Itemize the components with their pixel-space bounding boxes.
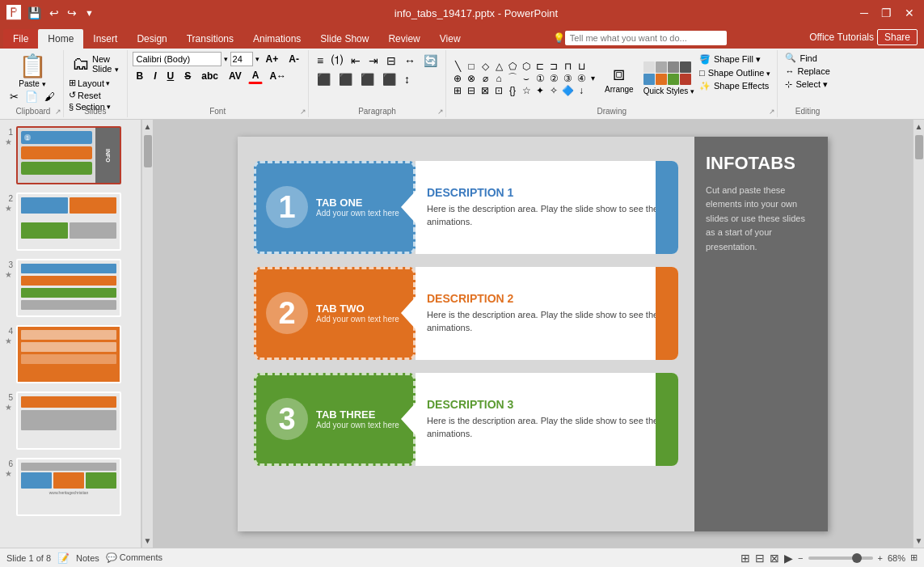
shape-cell-12[interactable]: ⊗ — [465, 73, 478, 84]
notes-button[interactable]: Notes — [76, 553, 99, 563]
smallcaps-button[interactable]: abc — [197, 69, 222, 83]
arrange-button[interactable]: ⧈ Arrange — [598, 59, 640, 97]
shape-cell-14[interactable]: ⌂ — [492, 73, 505, 84]
shape-cell-25[interactable]: {} — [506, 85, 519, 96]
paragraph-expand[interactable]: ↗ — [437, 108, 444, 116]
zoom-slider[interactable] — [808, 556, 873, 560]
shape-fill-button[interactable]: 🪣 Shape Fill ▾ — [698, 53, 772, 66]
line-spacing-button[interactable]: ↕ — [401, 71, 413, 87]
shape-cell-16[interactable]: ⌣ — [520, 73, 533, 84]
indent-decrease-button[interactable]: ⇤ — [348, 53, 364, 69]
shape-cell-30[interactable]: ↓ — [575, 85, 588, 96]
slide-thumb-1[interactable]: 1 ★ 1 INFO — [3, 126, 137, 184]
slide-thumb-2[interactable]: 2 ★ — [3, 193, 137, 251]
slide-thumb-6[interactable]: 6 ★ www.heritagechristian — [3, 458, 137, 516]
font-family-dropdown[interactable]: ▾ — [224, 55, 228, 63]
copy-button[interactable]: 📄 — [23, 90, 40, 104]
redo-icon[interactable]: ↪ — [65, 5, 78, 21]
customize-icon[interactable]: ▼ — [83, 6, 95, 19]
text-direction-button[interactable]: ↔ — [401, 53, 419, 69]
quickstyle-7[interactable] — [668, 74, 679, 85]
shape-cell-18[interactable]: ② — [547, 73, 560, 84]
numbering-button[interactable]: ⑴ — [328, 52, 346, 70]
shape-outline-button[interactable]: □ Shape Outline ▾ — [698, 67, 772, 78]
tab-slideshow[interactable]: Slide Show — [310, 29, 378, 49]
shape-cell-15[interactable]: ⌒ — [506, 73, 519, 84]
shape-cell-10[interactable]: ⊔ — [575, 61, 588, 72]
slide-show-button[interactable]: ▶ — [784, 552, 793, 565]
bold-button[interactable]: B — [133, 69, 148, 83]
tab-insert[interactable]: Insert — [83, 29, 127, 49]
shape-cell-9[interactable]: ⊓ — [561, 61, 574, 72]
shape-cell-19[interactable]: ③ — [561, 73, 574, 84]
slide-4-thumbnail[interactable] — [16, 325, 121, 383]
restore-button[interactable]: ❐ — [878, 6, 895, 19]
scroll-track[interactable] — [142, 133, 153, 534]
office-tutorials-link[interactable]: Office Tutorials — [809, 32, 874, 43]
undo-icon[interactable]: ↩ — [48, 5, 61, 21]
tab-1-desc[interactable]: DESCRIPTION 1 Here is the description ar… — [416, 161, 678, 254]
reset-button[interactable]: ↺ Reset — [69, 90, 101, 100]
canvas-scroll-thumb[interactable] — [915, 135, 923, 159]
drawing-expand[interactable]: ↗ — [769, 108, 775, 116]
cut-button[interactable]: ✂ — [8, 90, 20, 104]
tab-2-box[interactable]: 2 TAB TWO Add your own text here — [254, 267, 416, 360]
text-shadow-button[interactable]: A↔ — [265, 69, 290, 83]
slide-1-thumbnail[interactable]: 1 INFO — [16, 126, 121, 184]
shape-cell-22[interactable]: ⊟ — [465, 85, 478, 96]
shape-cell-26[interactable]: ☆ — [520, 85, 533, 96]
quickstyle-6[interactable] — [656, 74, 667, 85]
slide-thumb-5[interactable]: 5 ★ — [3, 391, 137, 450]
tab-view[interactable]: View — [430, 29, 470, 49]
reading-view-button[interactable]: ⊠ — [770, 552, 779, 565]
clipboard-expand[interactable]: ↗ — [55, 108, 61, 116]
shape-cell-2[interactable]: □ — [465, 61, 478, 72]
font-expand[interactable]: ↗ — [300, 108, 306, 116]
close-button[interactable]: ✕ — [901, 6, 918, 19]
shape-cell-4[interactable]: △ — [492, 61, 505, 72]
align-left-button[interactable]: ⬛ — [314, 71, 334, 87]
tab-design[interactable]: Design — [127, 29, 176, 49]
tab-2-desc[interactable]: DESCRIPTION 2 Here is the description ar… — [416, 267, 678, 360]
minimize-button[interactable]: ─ — [857, 6, 871, 19]
new-slide-button[interactable]: 🗂 NewSlide ▾ — [69, 52, 122, 76]
quickstyle-1[interactable] — [643, 61, 655, 73]
tab-animations[interactable]: Animations — [243, 29, 310, 49]
replace-button[interactable]: ↔ Replace — [783, 66, 832, 77]
italic-button[interactable]: I — [150, 69, 160, 83]
scroll-up-arrow[interactable]: ▲ — [142, 120, 153, 133]
layout-button[interactable]: ⊞ Layout ▾ — [69, 78, 110, 88]
tab-1-box[interactable]: 1 TAB ONE Add your own text here — [254, 161, 416, 254]
scroll-thumb[interactable] — [144, 135, 152, 167]
tab-review[interactable]: Review — [378, 29, 429, 49]
select-button[interactable]: ⊹ Select ▾ — [783, 78, 832, 91]
columns-button[interactable]: ⊟ — [383, 53, 399, 69]
tab-3-desc[interactable]: DESCRIPTION 3 Here is the description ar… — [416, 373, 678, 466]
quickstyle-3[interactable] — [668, 61, 679, 73]
tab-transitions[interactable]: Transitions — [177, 29, 243, 49]
shape-cell-29[interactable]: 🔷 — [561, 85, 574, 96]
tab-3-box[interactable]: 3 TAB THREE Add your own text here — [254, 373, 416, 466]
fit-window-button[interactable]: ⊞ — [910, 552, 918, 563]
slide-3-thumbnail[interactable] — [16, 259, 121, 317]
quickstyle-4[interactable] — [680, 61, 691, 73]
shape-cell-20[interactable]: ④ — [575, 73, 588, 84]
quickstyle-5[interactable] — [643, 74, 655, 85]
convert-smartart-button[interactable]: 🔄 — [420, 53, 441, 69]
canvas-scrollbar[interactable]: ▲ ▼ — [913, 120, 924, 548]
shape-cell-8[interactable]: ⊐ — [547, 61, 560, 72]
format-painter-button[interactable]: 🖌 — [43, 90, 57, 104]
font-size-input[interactable] — [230, 52, 253, 66]
canvas-scroll-down[interactable]: ▼ — [913, 534, 924, 548]
font-size-dropdown[interactable]: ▾ — [255, 55, 259, 63]
shape-cell-13[interactable]: ⌀ — [479, 73, 492, 84]
indent-increase-button[interactable]: ⇥ — [365, 53, 382, 69]
normal-view-button[interactable]: ⊞ — [740, 552, 750, 565]
slide-5-thumbnail[interactable] — [16, 391, 121, 450]
zoom-thumb[interactable] — [852, 553, 862, 563]
canvas-scroll-track[interactable] — [913, 133, 924, 534]
quick-styles-label[interactable]: Quick Styles ▾ — [643, 87, 694, 95]
slide-thumb-3[interactable]: 3 ★ — [3, 259, 137, 317]
shape-effects-button[interactable]: ✨ Shape Effects — [698, 80, 772, 92]
align-center-button[interactable]: ⬛ — [335, 71, 356, 87]
